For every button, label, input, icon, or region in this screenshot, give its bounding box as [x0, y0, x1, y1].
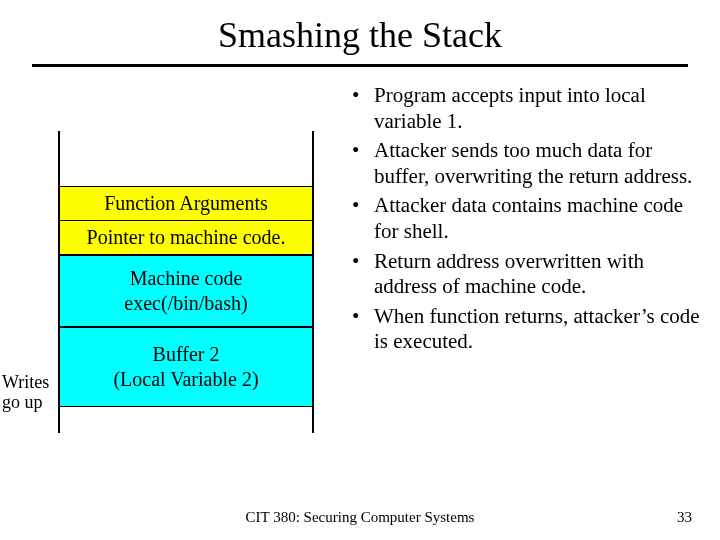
slide-title: Smashing the Stack	[0, 0, 720, 64]
bullet-item: • Program accepts input into local varia…	[352, 83, 700, 134]
bullet-item: • When function returns, attacker’s code…	[352, 304, 700, 355]
stack-cell-arguments: Function Arguments	[60, 187, 312, 221]
bullet-text: Attacker data contains machine code for …	[374, 193, 700, 244]
stack-gap-top	[60, 131, 312, 187]
bullet-text: Attacker sends too much data for buffer,…	[374, 138, 700, 189]
stack-cell-return-pointer: Pointer to machine code.	[60, 221, 312, 256]
stack-cell-buf-line2: (Local Variable 2)	[113, 368, 258, 390]
bullets-column: • Program accepts input into local varia…	[340, 83, 700, 359]
stack-gap-bottom	[60, 407, 312, 433]
bullet-item: • Return address overwritten with addres…	[352, 249, 700, 300]
title-rule	[32, 64, 688, 67]
bullet-text: Program accepts input into local variabl…	[374, 83, 700, 134]
bullet-dot-icon: •	[352, 249, 374, 300]
stack-diagram: Function Arguments Pointer to machine co…	[58, 131, 314, 433]
stack-cell-machine-code: Machine code exec(/bin/bash)	[60, 256, 312, 328]
content-area: Writes go up Function Arguments Pointer …	[0, 83, 720, 433]
writes-go-up-label: Writes go up	[2, 372, 56, 413]
stack-cell-mc-line1: Machine code	[130, 267, 243, 289]
bullet-dot-icon: •	[352, 193, 374, 244]
bullet-text: When function returns, attacker’s code i…	[374, 304, 700, 355]
bullet-item: • Attacker sends too much data for buffe…	[352, 138, 700, 189]
footer-course: CIT 380: Securing Computer Systems	[0, 509, 720, 526]
stack-cell-mc-line2: exec(/bin/bash)	[124, 292, 247, 314]
stack-cell-buf-line1: Buffer 2	[153, 343, 220, 365]
bullet-item: • Attacker data contains machine code fo…	[352, 193, 700, 244]
bullet-list: • Program accepts input into local varia…	[352, 83, 700, 355]
footer-page-number: 33	[677, 509, 692, 526]
bullet-dot-icon: •	[352, 304, 374, 355]
bullet-dot-icon: •	[352, 83, 374, 134]
stack-cell-buffer2: Buffer 2 (Local Variable 2)	[60, 328, 312, 407]
stack-column: Writes go up Function Arguments Pointer …	[0, 83, 340, 433]
bullet-dot-icon: •	[352, 138, 374, 189]
bullet-text: Return address overwritten with address …	[374, 249, 700, 300]
